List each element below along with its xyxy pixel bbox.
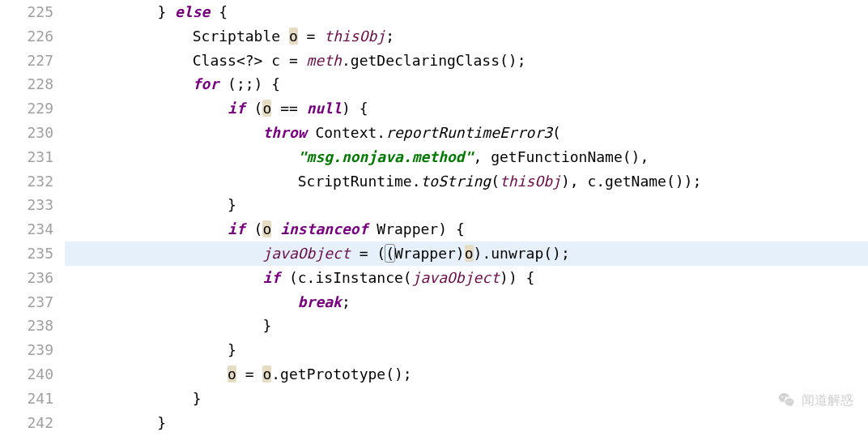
code-line: 237 break; [0, 290, 868, 314]
line-number: 226 [0, 24, 65, 49]
code-line: 240 o = o.getPrototype(); [0, 362, 868, 387]
line-number: 236 [0, 266, 65, 290]
line-number: 229 [0, 96, 65, 121]
code-content: if (o instanceof Wrapper) { [65, 217, 868, 242]
line-number: 233 [0, 193, 65, 217]
code-content: Scriptable o = thisObj; [65, 24, 868, 49]
code-line: 241 } [0, 387, 868, 411]
code-line: 229 if (o == null) { [0, 96, 868, 121]
code-line: 233 } [0, 193, 868, 217]
code-content: Class<?> c = meth.getDeclaringClass(); [65, 49, 868, 73]
code-line: 234 if (o instanceof Wrapper) { [0, 217, 868, 242]
code-content: } [65, 411, 868, 435]
code-content: } [65, 314, 868, 338]
code-line: 225 } else { [0, 0, 868, 24]
code-line: 230 throw Context.reportRuntimeError3( [0, 121, 868, 145]
line-number: 239 [0, 338, 65, 362]
code-content: } [65, 338, 868, 362]
code-content: o = o.getPrototype(); [65, 362, 868, 387]
code-content: ScriptRuntime.toString(thisObj), c.getNa… [65, 169, 868, 194]
line-number: 232 [0, 169, 65, 194]
line-number: 227 [0, 49, 65, 73]
code-content: "msg.nonjava.method", getFunctionName(), [65, 145, 868, 169]
code-line: 236 if (c.isInstance(javaObject)) { [0, 266, 868, 290]
line-number: 228 [0, 72, 65, 96]
code-content: } [65, 387, 868, 411]
line-number: 238 [0, 314, 65, 338]
code-content: throw Context.reportRuntimeError3( [65, 121, 868, 145]
code-line: 238 } [0, 314, 868, 338]
line-number: 225 [0, 0, 65, 24]
code-content: if (c.isInstance(javaObject)) { [65, 266, 868, 290]
line-number: 230 [0, 121, 65, 145]
line-number: 235 [0, 242, 65, 266]
code-line: 231 "msg.nonjava.method", getFunctionNam… [0, 145, 868, 169]
code-content: } else { [65, 0, 868, 24]
code-content: break; [65, 290, 868, 314]
code-line: 227 Class<?> c = meth.getDeclaringClass(… [0, 49, 868, 73]
code-content: for (;;) { [65, 72, 868, 96]
watermark: 闻道解惑 [777, 391, 853, 410]
line-number: 242 [0, 411, 65, 435]
code-line: 239 } [0, 338, 868, 362]
line-number: 234 [0, 217, 65, 242]
code-line: 226 Scriptable o = thisObj; [0, 24, 868, 49]
code-content: } [65, 193, 868, 217]
code-line: 228 for (;;) { [0, 72, 868, 96]
wechat-icon [777, 391, 797, 410]
code-editor: 225 } else {226 Scriptable o = thisObj;2… [0, 0, 868, 434]
code-line: 242 } [0, 411, 868, 435]
code-content: if (o == null) { [65, 96, 868, 121]
code-line: 235 javaObject = ((Wrapper)o).unwrap(); [0, 242, 868, 266]
line-number: 231 [0, 145, 65, 169]
line-number: 237 [0, 290, 65, 314]
code-content: javaObject = ((Wrapper)o).unwrap(); [65, 242, 868, 266]
watermark-text: 闻道解惑 [802, 392, 853, 409]
code-line: 232 ScriptRuntime.toString(thisObj), c.g… [0, 169, 868, 194]
line-number: 241 [0, 387, 65, 411]
line-number: 240 [0, 362, 65, 387]
